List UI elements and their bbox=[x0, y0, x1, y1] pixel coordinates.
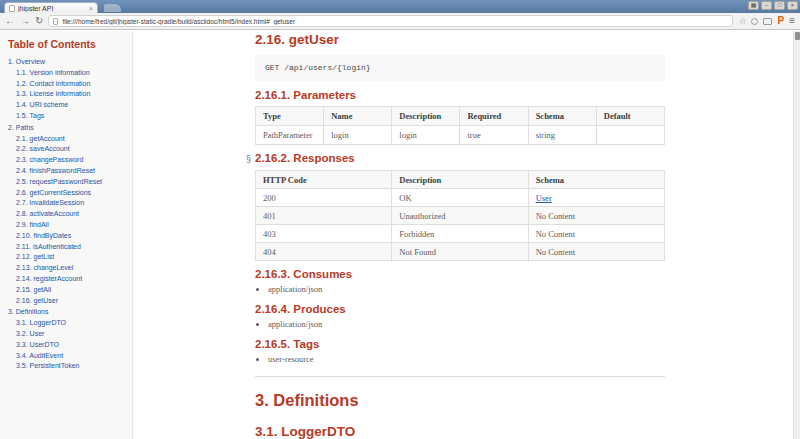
table-row: 403 Forbidden No Content bbox=[256, 225, 665, 243]
toc-item-getall[interactable]: 2.15. getAll bbox=[8, 285, 128, 296]
cell-description: Forbidden bbox=[392, 225, 528, 243]
toc-item-getlist[interactable]: 2.12. getList bbox=[8, 252, 128, 263]
col-header: Description bbox=[392, 107, 460, 126]
toc-item-definitions[interactable]: 3. Definitions bbox=[8, 307, 128, 318]
col-header: Required bbox=[460, 107, 528, 126]
col-header: Description bbox=[392, 171, 528, 189]
bookmark-star-icon[interactable]: ☆ bbox=[738, 16, 746, 26]
cell-type: PathParameter bbox=[256, 126, 324, 145]
tab-title: jhipster API bbox=[18, 5, 86, 12]
col-header: HTTP Code bbox=[256, 171, 392, 189]
webpage: Table of Contents 1. Overview 1.1. Versi… bbox=[0, 31, 800, 439]
toc-item-saveaccount[interactable]: 2.2. saveAccount bbox=[8, 144, 128, 155]
cell-http-code: 403 bbox=[256, 225, 392, 243]
url-page-icon bbox=[53, 18, 58, 25]
toc-item-getuser[interactable]: 2.16. getUser bbox=[8, 296, 128, 307]
toc-item-activateaccount[interactable]: 2.8. activateAccount bbox=[8, 209, 128, 220]
list-item: application/json bbox=[268, 284, 665, 294]
tab-close-icon[interactable]: × bbox=[89, 5, 93, 12]
toc-item-findall[interactable]: 2.9. findAll bbox=[8, 220, 128, 231]
toc-item-contact-information[interactable]: 1.2. Contact information bbox=[8, 79, 128, 90]
window-minimize-icon[interactable]: − bbox=[761, 1, 772, 10]
window-controls: ▦ − □ × bbox=[748, 1, 798, 10]
toc-item-registeraccount[interactable]: 2.14. registerAccount bbox=[8, 274, 128, 285]
user-schema-link[interactable]: User bbox=[536, 193, 552, 203]
extension-circle-icon[interactable] bbox=[751, 18, 758, 25]
subsection-title-consumes: 2.16.3. Consumes bbox=[255, 268, 665, 281]
page-scrollbar[interactable] bbox=[793, 31, 800, 439]
toc-item-invalidatesession[interactable]: 2.7. invalidateSession bbox=[8, 198, 128, 209]
back-icon[interactable]: ← bbox=[5, 16, 15, 26]
toc-item-persistenttoken[interactable]: 3.5. PersistentToken bbox=[8, 361, 128, 372]
section-title-getuser: 2.16. getUser bbox=[255, 32, 665, 47]
content-area: 2.16. getUser GET /api/users/{login} 2.1… bbox=[255, 31, 665, 439]
cell-schema: No Content bbox=[528, 243, 664, 261]
browser-tab[interactable]: jhipster API × bbox=[4, 2, 98, 13]
toc-item-user[interactable]: 3.2. User bbox=[8, 329, 128, 340]
toc-item-getaccount[interactable]: 2.1. getAccount bbox=[8, 134, 128, 145]
scrollbar-thumb[interactable] bbox=[795, 32, 800, 40]
browser-menu-icon[interactable]: ≡ bbox=[789, 16, 795, 26]
section-anchor-icon[interactable]: § bbox=[246, 153, 251, 166]
table-row: PathParameter login login true string bbox=[256, 126, 665, 145]
tab-strip: jhipster API × ▦ − □ × bbox=[0, 0, 800, 13]
col-header: Default bbox=[596, 107, 664, 126]
col-header: Type bbox=[256, 107, 324, 126]
col-header: Schema bbox=[528, 107, 596, 126]
table-row: 401 Unauthorized No Content bbox=[256, 207, 665, 225]
new-tab-button[interactable] bbox=[104, 4, 121, 12]
address-bar[interactable]: file:///home/fred/git/jhipster-static-gr… bbox=[48, 15, 733, 27]
window-overview-icon[interactable]: ▦ bbox=[748, 1, 759, 10]
toc-item-uri-scheme[interactable]: 1.4. URI scheme bbox=[8, 100, 128, 111]
extension-p-icon[interactable]: P bbox=[777, 16, 784, 26]
tags-list: user-resource bbox=[268, 354, 665, 364]
cell-schema: No Content bbox=[528, 225, 664, 243]
toc-item-changelevel[interactable]: 2.13. changeLevel bbox=[8, 263, 128, 274]
table-row: 404 Not Found No Content bbox=[256, 243, 665, 261]
table-row: 200 OK User bbox=[256, 189, 665, 207]
cell-description: login bbox=[392, 126, 460, 145]
url-text: file:///home/fred/git/jhipster-static-gr… bbox=[62, 18, 295, 25]
code-block: GET /api/users/{login} bbox=[255, 55, 665, 81]
toc-item-userdto[interactable]: 3.3. UserDTO bbox=[8, 340, 128, 351]
window-close-icon[interactable]: × bbox=[787, 1, 798, 10]
toc-item-isauthenticated[interactable]: 2.11. isAuthenticated bbox=[8, 242, 128, 253]
toc-item-paths[interactable]: 2. Paths bbox=[8, 123, 128, 134]
extension-window-icon[interactable] bbox=[763, 18, 772, 25]
cell-schema: No Content bbox=[528, 207, 664, 225]
table-header-row: Type Name Description Required Schema De… bbox=[256, 107, 665, 126]
toc-item-tags[interactable]: 1.5. Tags bbox=[8, 111, 128, 122]
toc-item-auditevent[interactable]: 3.4. AuditEvent bbox=[8, 351, 128, 362]
toc-item-license-information[interactable]: 1.3. License information bbox=[8, 89, 128, 100]
toc-item-findbydates[interactable]: 2.10. findByDates bbox=[8, 231, 128, 242]
toc-item-version-information[interactable]: 1.1. Version information bbox=[8, 68, 128, 79]
cell-http-code: 200 bbox=[256, 189, 392, 207]
cell-schema: string bbox=[528, 126, 596, 145]
cell-description: Not Found bbox=[392, 243, 528, 261]
col-header: Name bbox=[324, 107, 392, 126]
toc-item-overview[interactable]: 1. Overview bbox=[8, 57, 128, 68]
window-maximize-icon[interactable]: □ bbox=[774, 1, 785, 10]
list-item: application/json bbox=[268, 319, 665, 329]
toc-item-finishpasswordreset[interactable]: 2.4. finishPasswordReset bbox=[8, 166, 128, 177]
toc-item-changepassword[interactable]: 2.3. changePassword bbox=[8, 155, 128, 166]
section-divider bbox=[255, 376, 665, 377]
list-item: user-resource bbox=[268, 354, 665, 364]
browser-window: jhipster API × ▦ − □ × ← → ↻ file:///hom… bbox=[0, 0, 800, 439]
subsection-title-parameters: 2.16.1. Parameters bbox=[255, 89, 665, 102]
section-title-loggerdto: 3.1. LoggerDTO bbox=[255, 424, 665, 439]
forward-icon[interactable]: → bbox=[20, 16, 30, 26]
cell-description: OK bbox=[392, 189, 528, 207]
cell-schema: User bbox=[528, 189, 664, 207]
toc-item-loggerdto[interactable]: 3.1. LoggerDTO bbox=[8, 318, 128, 329]
cell-description: Unauthorized bbox=[392, 207, 528, 225]
toc-item-getcurrentsessions[interactable]: 2.6. getCurrentSessions bbox=[8, 188, 128, 199]
subsection-title-tags: 2.16.5. Tags bbox=[255, 338, 665, 351]
toc-item-requestpasswordreset[interactable]: 2.5. requestPasswordReset bbox=[8, 177, 128, 188]
toc-title: Table of Contents bbox=[8, 38, 128, 50]
reload-icon[interactable]: ↻ bbox=[35, 16, 43, 26]
cell-required: true bbox=[460, 126, 528, 145]
table-of-contents: Table of Contents 1. Overview 1.1. Versi… bbox=[0, 31, 133, 439]
page-favicon-icon bbox=[9, 5, 15, 12]
cell-default bbox=[596, 126, 664, 145]
